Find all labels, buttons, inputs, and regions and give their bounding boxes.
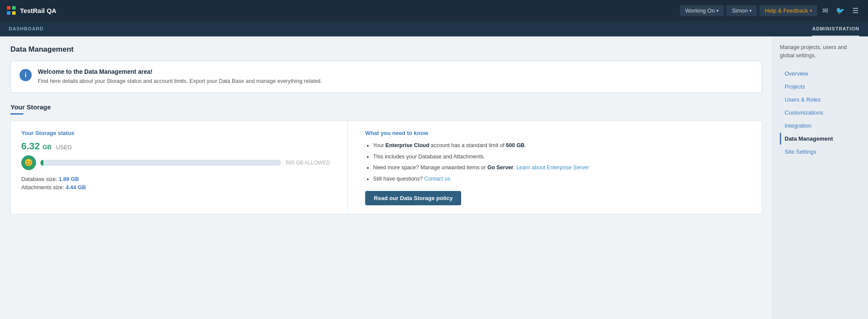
- user-label: Simon: [732, 7, 748, 14]
- sidebar-item-projects[interactable]: Projects: [780, 81, 861, 92]
- info-icon: i: [20, 69, 32, 81]
- user-menu-button[interactable]: Simon ▾: [726, 5, 757, 16]
- administration-nav-link[interactable]: ADMINISTRATION: [812, 22, 859, 36]
- logo-dot-red: [7, 6, 10, 10]
- sidebar-item-integration[interactable]: Integration: [780, 120, 861, 132]
- storage-used-value: 6.32: [21, 141, 40, 151]
- progress-bar-wrap: [40, 160, 281, 166]
- sidebar-item-data-management[interactable]: Data Management: [780, 133, 861, 145]
- go-server-bold: Go Server: [487, 164, 513, 171]
- help-feedback-button[interactable]: Help & Feedback ▾: [759, 5, 817, 16]
- app-title: TestRail QA: [20, 7, 56, 14]
- attachments-size-detail: Attachments size: 4.44 GB: [21, 184, 330, 191]
- storage-right: What you need to know Your Enterprise Cl…: [365, 130, 751, 205]
- working-on-button[interactable]: Working On ▾: [680, 5, 724, 16]
- contact-us-link[interactable]: Contact us: [424, 176, 450, 182]
- section-underline: [10, 113, 23, 115]
- main-layout: Data Management i Welcome to the Data Ma…: [0, 36, 868, 319]
- help-label: Help & Feedback: [765, 7, 808, 14]
- storage-emoji-icon: 😊: [21, 155, 36, 170]
- storage-status-label: Your Storage status: [21, 130, 330, 136]
- top-navigation: TestRail QA Working On ▾ Simon ▾ Help & …: [0, 0, 868, 21]
- logo-dot-green: [12, 6, 16, 10]
- chevron-down-icon: ▾: [810, 8, 812, 13]
- top-nav-left: TestRail QA: [7, 6, 56, 15]
- limit-bold: 500 GB: [506, 142, 525, 148]
- rss-icon-button[interactable]: ☰: [850, 5, 861, 16]
- bullet-item-3: Need more space? Manage unwanted items o…: [373, 164, 751, 172]
- logo-dot-blue: [7, 11, 10, 15]
- second-nav-left: DASHBOARD: [9, 25, 44, 32]
- allowed-label: 500 GB ALLOWED: [286, 160, 330, 166]
- sidebar: Manage projects, users and global settin…: [772, 36, 868, 319]
- mail-icon-button[interactable]: ✉: [820, 5, 831, 16]
- bullet-item-4: Still have questions? Contact us: [373, 175, 751, 183]
- enterprise-cloud-bold: Enterprise Cloud: [386, 142, 429, 148]
- bullet-item-2: This includes your Database and Attachme…: [373, 153, 751, 161]
- logo-dot-yellow: [12, 11, 16, 15]
- chevron-down-icon: ▾: [716, 8, 719, 13]
- top-nav-right: Working On ▾ Simon ▾ Help & Feedback ▾ ✉…: [680, 5, 861, 16]
- progress-bar-fill: [40, 160, 43, 166]
- sidebar-item-site-settings[interactable]: Site Settings: [780, 146, 861, 158]
- storage-left: Your Storage status 6.32 GB USED 😊 500 G…: [21, 130, 330, 205]
- db-size-detail: Database size: 1.89 GB: [21, 176, 330, 182]
- progress-bar-container: 😊 500 GB ALLOWED: [21, 155, 330, 170]
- sidebar-description: Manage projects, users and global settin…: [780, 43, 861, 60]
- need-to-know-title: What you need to know: [365, 130, 751, 136]
- info-box: i Welcome to the Data Management area! F…: [10, 61, 762, 93]
- sidebar-item-overview[interactable]: Overview: [780, 68, 861, 79]
- working-on-label: Working On: [685, 7, 715, 14]
- bullet-item-1: Your Enterprise Cloud account has a stan…: [373, 141, 751, 150]
- enterprise-server-link[interactable]: Learn about Enterprise Server: [516, 164, 589, 171]
- info-box-content: Welcome to the Data Management area! Fin…: [38, 68, 322, 86]
- sidebar-item-customizations[interactable]: Customizations: [780, 107, 861, 118]
- your-storage-section-title: Your Storage: [10, 103, 762, 111]
- storage-used-unit: GB: [43, 144, 52, 151]
- info-box-body: Find here details about your Storage sta…: [38, 77, 322, 86]
- logo-grid: [7, 6, 16, 15]
- page-title: Data Management: [10, 45, 762, 54]
- dashboard-nav-link[interactable]: DASHBOARD: [9, 22, 44, 36]
- info-box-heading: Welcome to the Data Management area!: [38, 68, 322, 75]
- read-policy-button[interactable]: Read our Data Storage policy: [365, 191, 461, 205]
- vertical-divider: [347, 121, 348, 214]
- storage-used-label: USED: [56, 144, 72, 151]
- storage-panel: Your Storage status 6.32 GB USED 😊 500 G…: [10, 121, 762, 214]
- storage-used-display: 6.32 GB USED: [21, 141, 330, 152]
- twitter-icon-button[interactable]: 🐦: [833, 5, 847, 16]
- content-area: Data Management i Welcome to the Data Ma…: [0, 36, 772, 319]
- need-to-know-list: Your Enterprise Cloud account has a stan…: [365, 141, 751, 183]
- sidebar-item-users-roles[interactable]: Users & Roles: [780, 94, 861, 105]
- chevron-down-icon: ▾: [749, 8, 752, 13]
- second-navigation: DASHBOARD ADMINISTRATION: [0, 21, 868, 36]
- second-nav-right: ADMINISTRATION: [812, 25, 859, 32]
